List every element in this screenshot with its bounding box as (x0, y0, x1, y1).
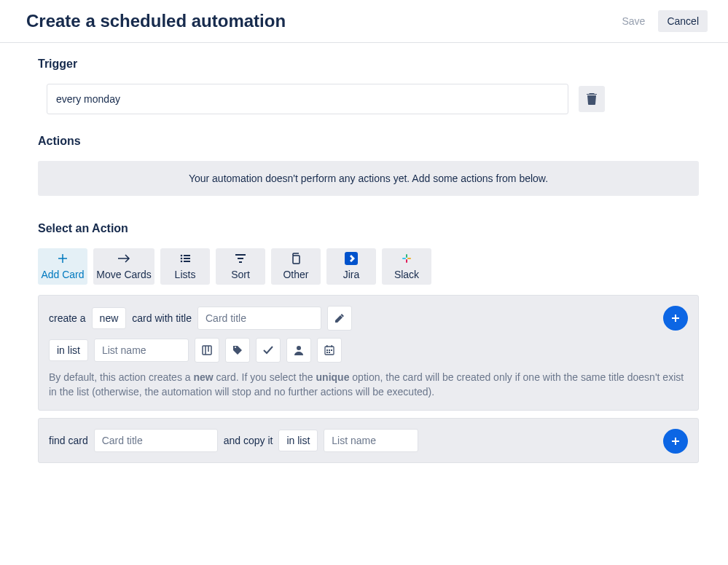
tab-jira[interactable]: Jira (326, 248, 376, 285)
tab-label: Other (283, 269, 308, 280)
list-name-input[interactable] (94, 339, 189, 362)
slack-icon (401, 253, 412, 264)
plus-icon (671, 314, 680, 323)
select-action-heading: Select an Action (38, 222, 699, 235)
svg-rect-17 (326, 345, 328, 347)
copy-icon (291, 253, 301, 264)
new-pill[interactable]: new (92, 307, 127, 329)
svg-rect-13 (406, 259, 407, 263)
cancel-button[interactable]: Cancel (658, 10, 708, 32)
text-create-a: create a (49, 312, 86, 324)
sort-icon (235, 253, 246, 264)
svg-rect-23 (329, 352, 330, 353)
tab-slack[interactable]: Slack (382, 248, 431, 285)
tab-label: Add Card (41, 269, 84, 280)
page-title: Create a scheduled automation (26, 11, 613, 31)
tab-label: Sort (231, 269, 250, 280)
check-icon (263, 346, 273, 355)
jira-icon (345, 253, 358, 264)
check-option-button[interactable] (256, 338, 281, 363)
svg-rect-11 (407, 258, 411, 259)
svg-rect-14 (203, 346, 211, 355)
edit-title-button[interactable] (327, 306, 352, 331)
board-option-button[interactable] (195, 338, 219, 363)
text-and-copy: and copy it (224, 435, 273, 446)
trigger-input[interactable] (47, 84, 568, 114)
add-action-button[interactable] (663, 429, 688, 454)
card-title-input[interactable] (197, 307, 321, 330)
svg-rect-5 (184, 261, 190, 262)
actions-empty-banner: Your automation doesn't perform any acti… (38, 161, 699, 196)
trigger-heading: Trigger (38, 58, 699, 71)
actions-heading: Actions (38, 135, 699, 148)
arrow-right-icon (117, 253, 130, 264)
svg-point-2 (181, 258, 183, 260)
create-card-description: By default, this action creates a new ca… (49, 370, 688, 400)
svg-rect-12 (406, 254, 407, 258)
svg-point-0 (181, 255, 183, 257)
svg-rect-7 (238, 258, 243, 259)
svg-rect-10 (402, 258, 406, 259)
action-tabs: Add Card Move Cards Lists Sort Other (38, 248, 699, 285)
in-list-pill[interactable]: in list (49, 339, 88, 361)
date-option-button[interactable] (317, 338, 342, 363)
list-icon (180, 253, 190, 264)
tab-lists[interactable]: Lists (160, 248, 210, 285)
calendar-icon (324, 345, 334, 355)
save-button[interactable]: Save (613, 10, 654, 32)
find-card-panel: find card and copy it in list (38, 418, 699, 463)
add-action-button[interactable] (663, 306, 688, 331)
tab-label: Jira (343, 269, 360, 280)
tab-move-cards[interactable]: Move Cards (93, 248, 154, 285)
tab-add-card[interactable]: Add Card (38, 248, 87, 285)
text-find-card: find card (49, 435, 88, 446)
tag-icon (232, 345, 243, 355)
svg-rect-20 (329, 349, 330, 351)
board-icon (202, 345, 212, 355)
tab-other[interactable]: Other (271, 248, 321, 285)
member-option-button[interactable] (286, 338, 311, 363)
delete-trigger-button[interactable] (579, 86, 605, 112)
svg-rect-1 (184, 255, 190, 256)
svg-rect-18 (331, 345, 332, 347)
svg-rect-6 (235, 254, 246, 256)
tab-label: Move Cards (96, 269, 151, 280)
tab-sort[interactable]: Sort (216, 248, 265, 285)
text-card-with-title: card with title (132, 312, 192, 324)
svg-rect-3 (184, 258, 190, 259)
svg-rect-8 (239, 261, 242, 263)
find-card-title-input[interactable] (94, 429, 218, 452)
create-card-panel: create a new card with title in list (38, 295, 699, 411)
find-list-name-input[interactable] (324, 429, 418, 452)
plus-icon (58, 253, 68, 264)
edit-icon (334, 313, 345, 323)
svg-rect-19 (326, 349, 328, 351)
svg-point-4 (181, 261, 183, 263)
tab-label: Lists (175, 269, 196, 280)
svg-rect-9 (293, 256, 300, 264)
tab-label: Slack (394, 269, 419, 280)
svg-point-15 (297, 346, 301, 350)
svg-rect-22 (326, 352, 328, 353)
in-list-pill[interactable]: in list (278, 430, 318, 451)
label-option-button[interactable] (225, 338, 250, 363)
trash-icon (587, 93, 597, 105)
plus-icon (671, 437, 680, 446)
person-icon (294, 345, 304, 355)
svg-rect-21 (331, 349, 332, 351)
